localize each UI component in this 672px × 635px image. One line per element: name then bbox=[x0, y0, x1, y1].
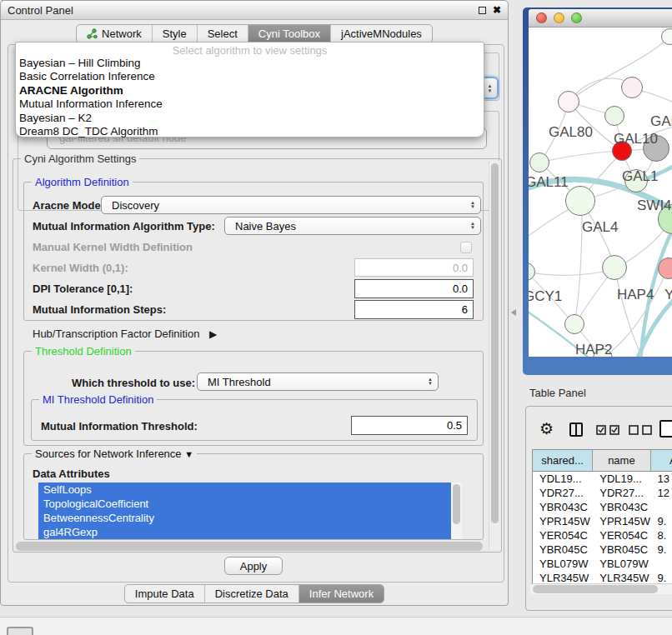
network-node[interactable] bbox=[565, 186, 595, 216]
tab-style[interactable]: Style bbox=[153, 25, 198, 42]
threshold-definition-title: Threshold Definition bbox=[32, 345, 135, 358]
settings-vertical-scrollbar[interactable] bbox=[489, 161, 499, 550]
gear-icon[interactable]: ⚙ bbox=[539, 418, 554, 441]
hub-definition-toggle[interactable]: Hub/Transcription Factor Definition ▶ bbox=[33, 328, 217, 340]
network-node[interactable] bbox=[564, 314, 584, 334]
table-row[interactable]: YPR145WYPR145W9. bbox=[533, 514, 672, 528]
network-node[interactable] bbox=[558, 91, 579, 112]
data-attributes-list: SelfLoopsTopologicalCoefficientBetweenne… bbox=[38, 482, 462, 539]
table-panel: ⚙ shared... name bbox=[525, 406, 672, 611]
panel-collapse-handle[interactable] bbox=[511, 309, 516, 316]
dpi-tolerance-label: DPI Tolerance [0,1]: bbox=[33, 282, 133, 295]
close-traffic-light[interactable] bbox=[536, 12, 547, 23]
column-header-partial[interactable]: A bbox=[651, 450, 672, 471]
attribute-list-item[interactable]: TopologicalCoefficient bbox=[38, 497, 451, 511]
network-view-window: GALGAL80GAL10GAL1GAL11SWI4GAL4HAP4YGCY1H… bbox=[523, 8, 672, 375]
algorithm-option[interactable]: ARACNE Algorithm bbox=[16, 84, 484, 98]
which-threshold-combo[interactable]: MI Threshold ▲▼ bbox=[197, 372, 439, 391]
manual-kernel-checkbox[interactable] bbox=[460, 242, 472, 253]
mi-steps-field[interactable]: 6 bbox=[354, 300, 474, 319]
sources-title-text: Sources for Network Inference bbox=[35, 448, 182, 460]
node-label: GAL10 bbox=[614, 131, 658, 148]
zoom-traffic-light[interactable] bbox=[571, 12, 582, 23]
table-cell: 8. bbox=[651, 528, 672, 542]
table-horizontal-scrollbar[interactable] bbox=[530, 583, 672, 594]
attribute-list-item[interactable]: SelfLoops bbox=[38, 482, 451, 497]
algorithm-option[interactable]: Mutual Information Inference bbox=[16, 98, 484, 111]
table-row[interactable]: YBR045CYBR045C9. bbox=[533, 542, 672, 557]
attribute-list-item[interactable]: BetweennessCentrality bbox=[38, 511, 451, 525]
close-icon[interactable]: ✖ bbox=[493, 5, 501, 15]
table-rows-container: YDL19...YDL19...13YDR27...YDR27...12YBR0… bbox=[533, 472, 672, 591]
network-node[interactable] bbox=[661, 28, 672, 45]
network-edges bbox=[529, 28, 672, 357]
network-canvas[interactable]: GALGAL80GAL10GAL1GAL11SWI4GAL4HAP4YGCY1H… bbox=[529, 28, 672, 357]
columns-icon[interactable] bbox=[569, 422, 583, 437]
algorithm-option[interactable]: Bayesian – Hill Climbing bbox=[16, 57, 484, 70]
sources-group-title[interactable]: Sources for Network Inference ▼ bbox=[32, 448, 197, 460]
table-row[interactable]: YDR27...YDR27...12 bbox=[533, 486, 672, 500]
algorithm-option[interactable]: Dream8 DC_TDC Algorithm bbox=[16, 125, 484, 138]
column-header-shared[interactable]: shared... bbox=[533, 450, 593, 471]
tab-network[interactable]: Network bbox=[77, 25, 153, 42]
network-node[interactable] bbox=[529, 152, 549, 172]
aracne-mode-combo[interactable]: Discovery ▲▼ bbox=[101, 196, 481, 214]
tab-infer-network[interactable]: Infer Network bbox=[299, 585, 384, 602]
checked-pair-icon[interactable] bbox=[596, 425, 621, 438]
unchecked-pair-icon[interactable] bbox=[629, 425, 654, 438]
node-label: GAL4 bbox=[582, 219, 618, 236]
apply-button[interactable]: Apply bbox=[224, 557, 283, 575]
which-threshold-label: Which threshold to use: bbox=[72, 377, 195, 389]
algorithm-popup-list: Bayesian – Hill ClimbingBasic Correlatio… bbox=[16, 57, 484, 138]
control-panel-title: Control Panel bbox=[8, 4, 73, 17]
minimize-traffic-light[interactable] bbox=[554, 12, 564, 23]
bottom-left-button[interactable] bbox=[7, 627, 33, 635]
column-header-name[interactable]: name bbox=[593, 450, 650, 471]
algorithm-option[interactable]: Basic Correlation Inference bbox=[16, 70, 484, 83]
chevron-down-icon: ▼ bbox=[184, 449, 193, 459]
bottom-tabs: Impute Data Discretize Data Infer Networ… bbox=[1, 584, 508, 603]
node-label: GAL bbox=[650, 113, 672, 130]
hub-definition-label: Hub/Transcription Factor Definition bbox=[33, 328, 199, 340]
node-label: GCY1 bbox=[529, 288, 562, 305]
network-node[interactable] bbox=[621, 77, 643, 98]
tab-cyni-toolbox[interactable]: Cyni Toolbox bbox=[248, 25, 331, 42]
settings-group-title: Cyni Algorithm Settings bbox=[21, 152, 139, 165]
tab-discretize-data[interactable]: Discretize Data bbox=[205, 585, 299, 602]
algorithm-definition-title: Algorithm Definition bbox=[32, 176, 133, 188]
table-row[interactable]: YBL079WYBL079W bbox=[533, 557, 672, 571]
aracne-mode-label: Aracne Mode: bbox=[33, 199, 104, 212]
table-cell: YBL079W bbox=[533, 557, 593, 571]
node-label: GAL80 bbox=[549, 124, 593, 141]
table-row[interactable]: YER054CYER054C8. bbox=[533, 528, 672, 542]
table-row[interactable]: YDL19...YDL19...13 bbox=[533, 472, 672, 486]
table-cell: 9. bbox=[651, 542, 672, 557]
table-cell: 13 bbox=[651, 472, 672, 486]
manual-kernel-label: Manual Kernel Width Definition bbox=[33, 241, 193, 253]
network-node[interactable] bbox=[604, 106, 624, 126]
tab-jactivemnodules[interactable]: jActiveMNodules bbox=[331, 25, 432, 42]
document-icon[interactable] bbox=[659, 420, 672, 438]
algorithm-option[interactable]: Bayesian – K2 bbox=[16, 112, 484, 125]
network-window-titlebar bbox=[529, 9, 672, 28]
bottom-strip bbox=[0, 617, 672, 635]
kernel-width-field[interactable]: 0.0 bbox=[354, 258, 474, 277]
attribute-list-item[interactable]: gal4RGexp bbox=[38, 525, 451, 539]
settings-horizontal-scrollbar[interactable] bbox=[16, 542, 483, 551]
float-window-icon[interactable] bbox=[479, 7, 486, 14]
network-node[interactable] bbox=[602, 255, 627, 280]
combo-arrows-icon: ▲▼ bbox=[470, 222, 475, 230]
mi-steps-value: 6 bbox=[462, 303, 468, 316]
node-label: SWI4 bbox=[637, 198, 672, 214]
dpi-tolerance-field[interactable]: 0.0 bbox=[354, 279, 474, 298]
tab-select[interactable]: Select bbox=[198, 25, 248, 42]
table-row[interactable]: YBR043CYBR043C bbox=[533, 500, 672, 514]
mi-threshold-field[interactable]: 0.5 bbox=[351, 416, 468, 435]
aracne-mode-value: Discovery bbox=[102, 199, 159, 212]
attributes-scrollbar[interactable] bbox=[451, 482, 462, 539]
mi-steps-label: Mutual Information Steps: bbox=[33, 303, 166, 316]
table-cell: 9. bbox=[651, 514, 672, 528]
mi-algorithm-type-combo[interactable]: Naive Bayes ▲▼ bbox=[224, 217, 481, 235]
table-cell: YBR043C bbox=[533, 500, 593, 514]
tab-impute-data[interactable]: Impute Data bbox=[125, 585, 205, 602]
